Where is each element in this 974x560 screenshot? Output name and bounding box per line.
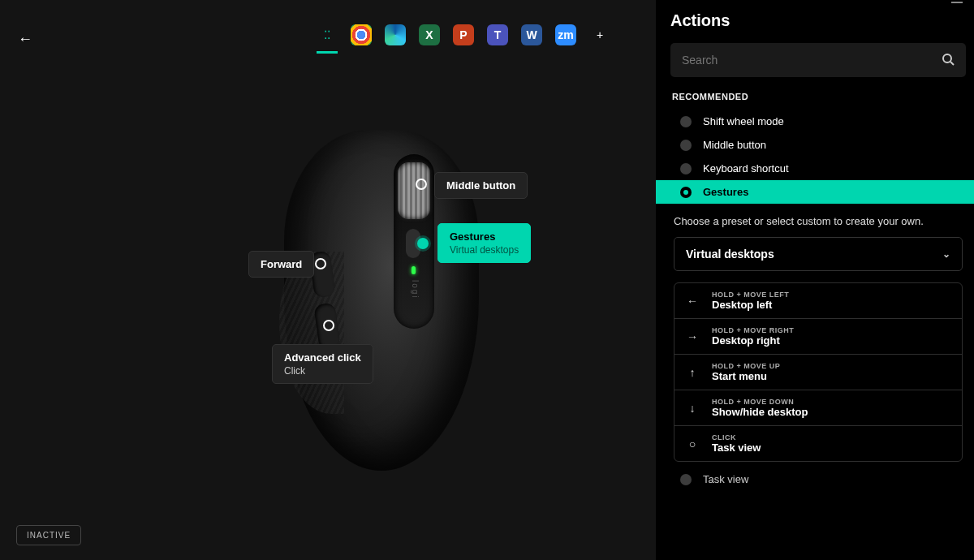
recommended-heading: RECOMMENDED xyxy=(672,92,966,101)
app-powerpoint-icon[interactable]: P xyxy=(453,24,474,45)
all-apps-icon[interactable]: ⁚⁚ xyxy=(317,24,338,45)
radio-icon xyxy=(680,474,692,485)
radio-label: Middle button xyxy=(703,139,766,151)
radio-icon xyxy=(680,116,692,127)
recommended-list: Shift wheel mode Middle button Keyboard … xyxy=(670,110,966,204)
status-badge[interactable]: INACTIVE xyxy=(16,525,81,545)
actions-panel: Actions RECOMMENDED Shift wheel mode Mid… xyxy=(656,0,974,560)
recommended-shift-wheel-mode[interactable]: Shift wheel mode xyxy=(670,110,966,133)
hotspot-forward-button[interactable] xyxy=(315,258,326,269)
back-button[interactable]: ← xyxy=(18,31,32,48)
recommended-gestures[interactable]: Gestures xyxy=(656,180,974,204)
window-minimize-icon[interactable] xyxy=(951,2,963,3)
gesture-row-click[interactable]: ○ CLICK Task view xyxy=(674,426,962,461)
radio-label: Task view xyxy=(703,473,748,485)
radio-label: Keyboard shortcut xyxy=(703,162,789,174)
callout-title: Forward xyxy=(261,258,302,270)
gesture-trigger: HOLD + MOVE UP xyxy=(712,362,780,370)
status-led xyxy=(412,266,416,274)
gesture-action: Task view xyxy=(712,442,761,454)
radio-icon xyxy=(680,140,692,151)
circle-icon: ○ xyxy=(686,437,699,450)
gesture-action: Desktop right xyxy=(712,334,794,347)
app-profile-bar: ⁚⁚ X P T W zm + xyxy=(317,24,610,45)
recommended-task-view[interactable]: Task view xyxy=(670,462,966,485)
app-teams-icon[interactable]: T xyxy=(487,24,508,45)
svg-point-0 xyxy=(943,54,951,62)
arrow-up-icon: ↑ xyxy=(686,366,699,379)
radio-icon xyxy=(680,163,692,174)
gesture-trigger: HOLD + MOVE LEFT xyxy=(712,291,789,299)
gesture-mapping-table: ← HOLD + MOVE LEFT Desktop left → HOLD +… xyxy=(674,282,963,462)
recommended-middle-button[interactable]: Middle button xyxy=(670,133,966,157)
hotspot-gesture-button[interactable] xyxy=(417,238,429,249)
callout-forward-button[interactable]: Forward xyxy=(248,251,314,278)
recommended-keyboard-shortcut[interactable]: Keyboard shortcut xyxy=(670,157,966,180)
active-underline xyxy=(317,51,338,54)
gesture-row-down[interactable]: ↓ HOLD + MOVE DOWN Show/hide desktop xyxy=(674,390,962,426)
hotspot-advanced-click[interactable] xyxy=(323,320,334,331)
search-icon[interactable] xyxy=(942,53,955,68)
gesture-trigger: HOLD + MOVE DOWN xyxy=(712,398,808,406)
arrow-down-icon: ↓ xyxy=(686,402,699,415)
app-chrome-icon[interactable] xyxy=(351,24,372,45)
callout-subtitle: Virtual desktops xyxy=(450,244,519,256)
arrow-left-icon: ← xyxy=(686,295,699,308)
preset-hint-text: Choose a preset or select custom to crea… xyxy=(674,215,963,227)
radio-label: Shift wheel mode xyxy=(703,115,784,127)
add-app-button[interactable]: + xyxy=(589,24,610,45)
main-area: ← ⁚⁚ X P T W zm + logi Middle button Ges… xyxy=(0,0,656,560)
app-edge-icon[interactable] xyxy=(385,24,406,45)
callout-advanced-click[interactable]: Advanced click Click xyxy=(272,344,373,384)
callout-title: Middle button xyxy=(446,179,515,192)
brand-label: logi xyxy=(410,280,420,319)
gesture-trigger: CLICK xyxy=(712,433,761,442)
gesture-action: Show/hide desktop xyxy=(712,406,808,418)
app-zoom-icon[interactable]: zm xyxy=(555,24,576,45)
gesture-row-right[interactable]: → HOLD + MOVE RIGHT Desktop right xyxy=(674,319,962,355)
search-input[interactable] xyxy=(682,54,942,67)
callout-subtitle: Click xyxy=(284,365,361,377)
preset-value: Virtual desktops xyxy=(686,248,774,261)
search-box[interactable] xyxy=(670,43,966,77)
chevron-down-icon: ⌄ xyxy=(942,248,950,260)
gesture-row-left[interactable]: ← HOLD + MOVE LEFT Desktop left xyxy=(674,283,962,319)
radio-icon-selected xyxy=(680,187,692,198)
callout-gesture-button[interactable]: Gestures Virtual desktops xyxy=(437,223,531,263)
scroll-wheel xyxy=(398,162,430,219)
panel-title: Actions xyxy=(670,11,966,30)
callout-middle-button[interactable]: Middle button xyxy=(434,172,528,199)
gesture-action: Desktop left xyxy=(712,299,789,311)
hotspot-middle-button[interactable] xyxy=(416,179,427,190)
gesture-trigger: HOLD + MOVE RIGHT xyxy=(712,326,794,334)
gesture-action: Start menu xyxy=(712,370,780,382)
preset-dropdown[interactable]: Virtual desktops ⌄ xyxy=(674,237,963,271)
app-excel-icon[interactable]: X xyxy=(419,24,440,45)
app-word-icon[interactable]: W xyxy=(521,24,542,45)
arrow-right-icon: → xyxy=(686,330,699,343)
radio-label: Gestures xyxy=(703,186,748,198)
callout-title: Gestures xyxy=(450,230,495,243)
gesture-row-up[interactable]: ↑ HOLD + MOVE UP Start menu xyxy=(674,355,962,390)
callout-title: Advanced click xyxy=(284,351,361,364)
svg-line-1 xyxy=(950,62,954,65)
